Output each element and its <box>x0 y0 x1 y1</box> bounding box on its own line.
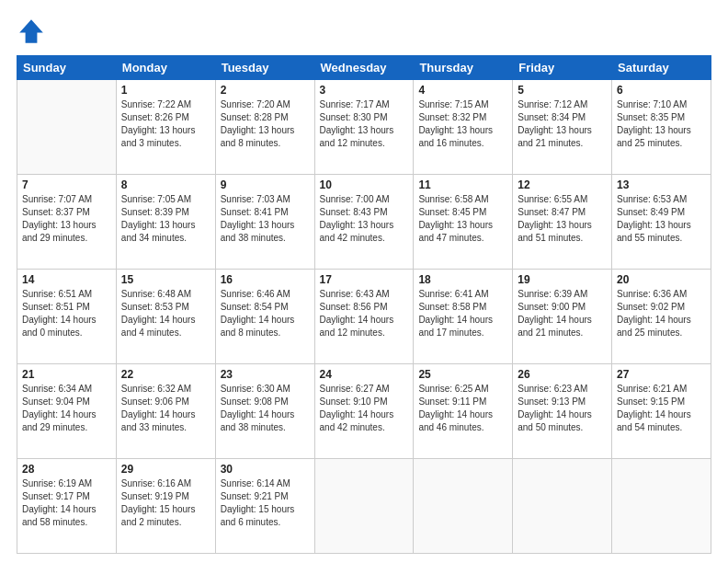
day-number: 24 <box>320 368 409 381</box>
day-cell: 11Sunrise: 6:58 AM Sunset: 8:45 PM Dayli… <box>414 175 513 270</box>
day-info: Sunrise: 7:12 AM Sunset: 8:34 PM Dayligh… <box>518 98 607 150</box>
day-cell <box>17 80 117 175</box>
logo-icon <box>17 17 46 46</box>
day-info: Sunrise: 6:36 AM Sunset: 9:02 PM Dayligh… <box>617 288 706 339</box>
day-number: 6 <box>617 84 706 97</box>
week-row-2: 7Sunrise: 7:07 AM Sunset: 8:37 PM Daylig… <box>17 175 711 270</box>
day-info: Sunrise: 6:55 AM Sunset: 8:47 PM Dayligh… <box>518 193 607 245</box>
day-info: Sunrise: 6:32 AM Sunset: 9:06 PM Dayligh… <box>121 383 210 434</box>
day-info: Sunrise: 6:53 AM Sunset: 8:49 PM Dayligh… <box>617 193 706 245</box>
day-info: Sunrise: 7:17 AM Sunset: 8:30 PM Dayligh… <box>320 98 409 150</box>
day-number: 1 <box>121 84 210 97</box>
day-cell: 26Sunrise: 6:23 AM Sunset: 9:13 PM Dayli… <box>513 364 612 459</box>
day-cell: 1Sunrise: 7:22 AM Sunset: 8:26 PM Daylig… <box>116 80 215 175</box>
col-header-monday: Monday <box>116 56 215 80</box>
day-cell: 10Sunrise: 7:00 AM Sunset: 8:43 PM Dayli… <box>314 175 414 270</box>
day-info: Sunrise: 6:46 AM Sunset: 8:54 PM Dayligh… <box>221 288 310 339</box>
day-number: 30 <box>221 463 310 476</box>
logo <box>17 17 50 46</box>
day-number: 11 <box>418 178 507 191</box>
week-row-3: 14Sunrise: 6:51 AM Sunset: 8:51 PM Dayli… <box>17 270 711 364</box>
day-info: Sunrise: 6:21 AM Sunset: 9:15 PM Dayligh… <box>617 383 706 434</box>
day-info: Sunrise: 6:41 AM Sunset: 8:58 PM Dayligh… <box>418 288 507 339</box>
day-info: Sunrise: 6:51 AM Sunset: 8:51 PM Dayligh… <box>22 288 111 339</box>
page: SundayMondayTuesdayWednesdayThursdayFrid… <box>0 0 728 563</box>
day-cell: 3Sunrise: 7:17 AM Sunset: 8:30 PM Daylig… <box>314 80 414 175</box>
day-info: Sunrise: 7:15 AM Sunset: 8:32 PM Dayligh… <box>418 98 507 150</box>
col-header-thursday: Thursday <box>414 56 513 80</box>
day-info: Sunrise: 7:00 AM Sunset: 8:43 PM Dayligh… <box>320 193 409 245</box>
day-cell: 29Sunrise: 6:16 AM Sunset: 9:19 PM Dayli… <box>116 459 215 554</box>
day-number: 17 <box>320 273 409 286</box>
day-number: 2 <box>221 84 310 97</box>
col-header-sunday: Sunday <box>17 56 117 80</box>
col-header-saturday: Saturday <box>612 56 711 80</box>
day-info: Sunrise: 6:48 AM Sunset: 8:53 PM Dayligh… <box>121 288 210 339</box>
day-number: 5 <box>518 84 607 97</box>
day-cell: 6Sunrise: 7:10 AM Sunset: 8:35 PM Daylig… <box>612 80 711 175</box>
day-cell: 21Sunrise: 6:34 AM Sunset: 9:04 PM Dayli… <box>17 364 117 459</box>
day-cell <box>414 459 513 554</box>
day-number: 21 <box>22 368 111 381</box>
day-info: Sunrise: 6:27 AM Sunset: 9:10 PM Dayligh… <box>320 383 409 434</box>
day-cell: 18Sunrise: 6:41 AM Sunset: 8:58 PM Dayli… <box>414 270 513 364</box>
day-cell: 17Sunrise: 6:43 AM Sunset: 8:56 PM Dayli… <box>314 270 414 364</box>
day-cell: 23Sunrise: 6:30 AM Sunset: 9:08 PM Dayli… <box>215 364 314 459</box>
day-cell: 16Sunrise: 6:46 AM Sunset: 8:54 PM Dayli… <box>215 270 314 364</box>
svg-marker-0 <box>19 19 43 43</box>
col-header-tuesday: Tuesday <box>215 56 314 80</box>
day-number: 7 <box>22 178 111 191</box>
day-info: Sunrise: 6:16 AM Sunset: 9:19 PM Dayligh… <box>121 477 210 529</box>
day-number: 9 <box>221 178 310 191</box>
col-header-friday: Friday <box>513 56 612 80</box>
day-info: Sunrise: 7:07 AM Sunset: 8:37 PM Dayligh… <box>22 193 111 245</box>
week-row-5: 28Sunrise: 6:19 AM Sunset: 9:17 PM Dayli… <box>17 459 711 554</box>
day-cell: 8Sunrise: 7:05 AM Sunset: 8:39 PM Daylig… <box>116 175 215 270</box>
day-cell: 12Sunrise: 6:55 AM Sunset: 8:47 PM Dayli… <box>513 175 612 270</box>
day-number: 28 <box>22 463 111 476</box>
day-cell: 5Sunrise: 7:12 AM Sunset: 8:34 PM Daylig… <box>513 80 612 175</box>
day-number: 23 <box>221 368 310 381</box>
day-number: 26 <box>518 368 607 381</box>
calendar-table: SundayMondayTuesdayWednesdayThursdayFrid… <box>17 55 711 554</box>
day-info: Sunrise: 6:23 AM Sunset: 9:13 PM Dayligh… <box>518 383 607 434</box>
day-number: 8 <box>121 178 210 191</box>
day-info: Sunrise: 7:22 AM Sunset: 8:26 PM Dayligh… <box>121 98 210 150</box>
day-number: 10 <box>320 178 409 191</box>
day-info: Sunrise: 7:20 AM Sunset: 8:28 PM Dayligh… <box>221 98 310 150</box>
day-cell: 19Sunrise: 6:39 AM Sunset: 9:00 PM Dayli… <box>513 270 612 364</box>
day-number: 22 <box>121 368 210 381</box>
week-row-1: 1Sunrise: 7:22 AM Sunset: 8:26 PM Daylig… <box>17 80 711 175</box>
day-info: Sunrise: 7:03 AM Sunset: 8:41 PM Dayligh… <box>221 193 310 245</box>
day-cell <box>612 459 711 554</box>
day-cell: 20Sunrise: 6:36 AM Sunset: 9:02 PM Dayli… <box>612 270 711 364</box>
day-cell: 24Sunrise: 6:27 AM Sunset: 9:10 PM Dayli… <box>314 364 414 459</box>
day-info: Sunrise: 6:19 AM Sunset: 9:17 PM Dayligh… <box>22 477 111 529</box>
day-cell: 22Sunrise: 6:32 AM Sunset: 9:06 PM Dayli… <box>116 364 215 459</box>
day-number: 25 <box>418 368 507 381</box>
day-number: 27 <box>617 368 706 381</box>
day-number: 13 <box>617 178 706 191</box>
col-header-wednesday: Wednesday <box>314 56 414 80</box>
day-number: 29 <box>121 463 210 476</box>
day-cell <box>513 459 612 554</box>
day-number: 18 <box>418 273 507 286</box>
day-number: 12 <box>518 178 607 191</box>
day-cell: 15Sunrise: 6:48 AM Sunset: 8:53 PM Dayli… <box>116 270 215 364</box>
day-info: Sunrise: 6:25 AM Sunset: 9:11 PM Dayligh… <box>418 383 507 434</box>
day-info: Sunrise: 6:43 AM Sunset: 8:56 PM Dayligh… <box>320 288 409 339</box>
day-cell: 13Sunrise: 6:53 AM Sunset: 8:49 PM Dayli… <box>612 175 711 270</box>
day-cell: 14Sunrise: 6:51 AM Sunset: 8:51 PM Dayli… <box>17 270 117 364</box>
day-info: Sunrise: 7:05 AM Sunset: 8:39 PM Dayligh… <box>121 193 210 245</box>
day-cell: 7Sunrise: 7:07 AM Sunset: 8:37 PM Daylig… <box>17 175 117 270</box>
day-info: Sunrise: 6:58 AM Sunset: 8:45 PM Dayligh… <box>418 193 507 245</box>
day-info: Sunrise: 7:10 AM Sunset: 8:35 PM Dayligh… <box>617 98 706 150</box>
day-info: Sunrise: 6:14 AM Sunset: 9:21 PM Dayligh… <box>221 477 310 529</box>
day-number: 16 <box>221 273 310 286</box>
day-number: 20 <box>617 273 706 286</box>
day-info: Sunrise: 6:34 AM Sunset: 9:04 PM Dayligh… <box>22 383 111 434</box>
day-number: 3 <box>320 84 409 97</box>
header-row: SundayMondayTuesdayWednesdayThursdayFrid… <box>17 56 711 80</box>
day-cell: 25Sunrise: 6:25 AM Sunset: 9:11 PM Dayli… <box>414 364 513 459</box>
day-number: 15 <box>121 273 210 286</box>
